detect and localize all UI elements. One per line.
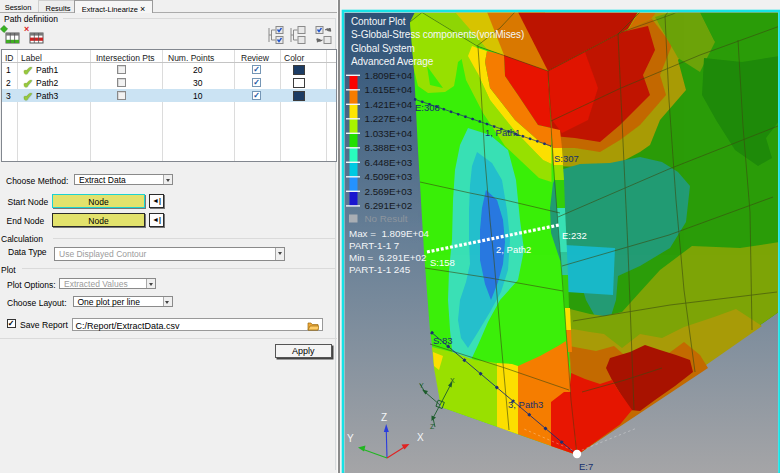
svg-text:No Result: No Result bbox=[365, 213, 408, 224]
svg-text:Min = 6.291E+02: Min = 6.291E+02 bbox=[349, 252, 426, 263]
svg-text:×: × bbox=[24, 24, 29, 34]
svg-text:Y: Y bbox=[347, 433, 354, 444]
svg-text:2, Path2: 2, Path2 bbox=[496, 244, 531, 255]
svg-text:1.615E+04: 1.615E+04 bbox=[365, 84, 413, 95]
svg-text:1.033E+04: 1.033E+04 bbox=[365, 128, 413, 139]
svg-text:E:308: E:308 bbox=[415, 102, 440, 113]
svg-text:6.448E+03: 6.448E+03 bbox=[365, 157, 413, 168]
svg-text:1.421E+04: 1.421E+04 bbox=[365, 99, 413, 110]
svg-text:Y: Y bbox=[419, 382, 424, 389]
svg-text:PART-1-1 7: PART-1-1 7 bbox=[349, 240, 399, 251]
svg-text:Max = 1.809E+04: Max = 1.809E+04 bbox=[349, 228, 430, 239]
svg-text:Global System: Global System bbox=[351, 43, 415, 54]
svg-text:X: X bbox=[450, 377, 455, 384]
svg-text:Contour Plot: Contour Plot bbox=[351, 16, 406, 27]
svg-text:PART-1-1 245: PART-1-1 245 bbox=[349, 264, 411, 275]
svg-text:E:232: E:232 bbox=[562, 230, 587, 241]
svg-text:6.291E+02: 6.291E+02 bbox=[365, 200, 413, 211]
svg-text:X: X bbox=[417, 432, 424, 443]
svg-text:1.227E+04: 1.227E+04 bbox=[365, 113, 413, 124]
svg-text:Advanced Average: Advanced Average bbox=[351, 56, 434, 67]
svg-text:Z: Z bbox=[430, 423, 435, 430]
svg-text:1, Path1: 1, Path1 bbox=[485, 127, 520, 138]
svg-text:1.809E+04: 1.809E+04 bbox=[365, 70, 413, 81]
svg-text:8.388E+03: 8.388E+03 bbox=[365, 142, 413, 153]
svg-text:E:7: E:7 bbox=[579, 461, 593, 472]
svg-text:S:83: S:83 bbox=[433, 335, 453, 346]
svg-text:S-Global-Stress components(von: S-Global-Stress components(vonMises) bbox=[351, 29, 524, 40]
svg-text:Z: Z bbox=[381, 412, 387, 423]
svg-text:3, Path3: 3, Path3 bbox=[508, 399, 543, 410]
svg-text:2.569E+03: 2.569E+03 bbox=[365, 186, 413, 197]
svg-text:S:158: S:158 bbox=[430, 257, 455, 268]
svg-text:S:307: S:307 bbox=[554, 153, 579, 164]
svg-text:4.509E+03: 4.509E+03 bbox=[365, 171, 413, 182]
